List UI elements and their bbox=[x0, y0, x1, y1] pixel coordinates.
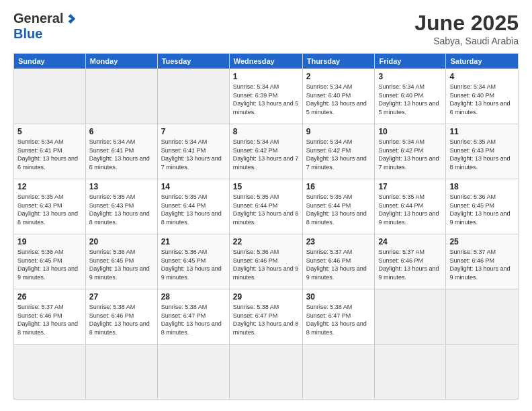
day-number: 17 bbox=[378, 182, 442, 191]
logo-text: General bbox=[13, 11, 77, 26]
day-info: Sunrise: 5:34 AMSunset: 6:41 PMDaylight:… bbox=[17, 138, 82, 171]
calendar-row: 19Sunrise: 5:36 AMSunset: 6:45 PMDayligh… bbox=[14, 234, 519, 289]
day-number: 1 bbox=[233, 72, 299, 81]
day-info: Sunrise: 5:34 AMSunset: 6:40 PMDaylight:… bbox=[449, 83, 515, 116]
table-row: 20Sunrise: 5:36 AMSunset: 6:45 PMDayligh… bbox=[85, 234, 157, 289]
col-friday: Friday bbox=[375, 54, 446, 69]
day-number: 23 bbox=[306, 237, 371, 246]
day-number: 11 bbox=[449, 127, 515, 136]
col-monday: Monday bbox=[85, 54, 157, 69]
day-info: Sunrise: 5:36 AMSunset: 6:45 PMDaylight:… bbox=[17, 248, 82, 281]
day-number: 14 bbox=[161, 182, 226, 191]
day-number: 29 bbox=[233, 292, 299, 302]
svg-marker-0 bbox=[69, 13, 76, 23]
day-info: Sunrise: 5:34 AMSunset: 6:41 PMDaylight:… bbox=[161, 138, 226, 171]
calendar-header-row: Sunday Monday Tuesday Wednesday Thursday… bbox=[14, 54, 519, 69]
table-row bbox=[446, 345, 519, 400]
calendar-row: 12Sunrise: 5:35 AMSunset: 6:43 PMDayligh… bbox=[14, 179, 519, 234]
month-title: June 2025 bbox=[414, 11, 519, 36]
day-info: Sunrise: 5:34 AMSunset: 6:42 PMDaylight:… bbox=[233, 138, 299, 171]
table-row: 22Sunrise: 5:36 AMSunset: 6:46 PMDayligh… bbox=[229, 234, 302, 289]
col-sunday: Sunday bbox=[14, 54, 86, 69]
table-row: 28Sunrise: 5:38 AMSunset: 6:47 PMDayligh… bbox=[157, 289, 229, 345]
day-number: 18 bbox=[449, 182, 515, 191]
day-number: 16 bbox=[306, 182, 371, 191]
day-number: 24 bbox=[378, 237, 442, 246]
logo: General Blue bbox=[13, 11, 77, 42]
day-info: Sunrise: 5:36 AMSunset: 6:45 PMDaylight:… bbox=[161, 248, 226, 281]
day-number: 13 bbox=[89, 182, 154, 191]
day-info: Sunrise: 5:38 AMSunset: 6:47 PMDaylight:… bbox=[233, 303, 299, 336]
day-info: Sunrise: 5:34 AMSunset: 6:41 PMDaylight:… bbox=[89, 138, 154, 171]
day-number: 10 bbox=[378, 127, 442, 136]
calendar-row: 1Sunrise: 5:34 AMSunset: 6:39 PMDaylight… bbox=[14, 69, 519, 124]
table-row bbox=[446, 289, 519, 345]
day-info: Sunrise: 5:35 AMSunset: 6:43 PMDaylight:… bbox=[17, 193, 82, 226]
table-row: 15Sunrise: 5:35 AMSunset: 6:44 PMDayligh… bbox=[229, 179, 302, 234]
day-number: 12 bbox=[17, 182, 82, 191]
day-number: 4 bbox=[449, 72, 515, 81]
table-row: 21Sunrise: 5:36 AMSunset: 6:45 PMDayligh… bbox=[157, 234, 229, 289]
day-number: 26 bbox=[17, 292, 82, 302]
day-info: Sunrise: 5:36 AMSunset: 6:45 PMDaylight:… bbox=[89, 248, 154, 281]
table-row bbox=[14, 345, 86, 400]
table-row bbox=[302, 345, 375, 400]
table-row: 10Sunrise: 5:34 AMSunset: 6:42 PMDayligh… bbox=[375, 124, 446, 179]
day-info: Sunrise: 5:35 AMSunset: 6:44 PMDaylight:… bbox=[306, 193, 371, 226]
table-row: 12Sunrise: 5:35 AMSunset: 6:43 PMDayligh… bbox=[14, 179, 86, 234]
header: General Blue June 2025 Sabya, Saudi Arab… bbox=[13, 11, 519, 46]
day-number: 3 bbox=[378, 72, 442, 81]
page: General Blue June 2025 Sabya, Saudi Arab… bbox=[0, 0, 532, 411]
day-info: Sunrise: 5:35 AMSunset: 6:44 PMDaylight:… bbox=[161, 193, 226, 226]
day-info: Sunrise: 5:35 AMSunset: 6:44 PMDaylight:… bbox=[378, 193, 442, 226]
day-number: 7 bbox=[161, 127, 226, 136]
table-row bbox=[85, 69, 157, 124]
table-row: 29Sunrise: 5:38 AMSunset: 6:47 PMDayligh… bbox=[229, 289, 302, 345]
day-info: Sunrise: 5:35 AMSunset: 6:44 PMDaylight:… bbox=[233, 193, 299, 226]
day-info: Sunrise: 5:37 AMSunset: 6:46 PMDaylight:… bbox=[378, 248, 442, 281]
table-row: 25Sunrise: 5:37 AMSunset: 6:46 PMDayligh… bbox=[446, 234, 519, 289]
day-number: 19 bbox=[17, 237, 82, 246]
table-row: 16Sunrise: 5:35 AMSunset: 6:44 PMDayligh… bbox=[302, 179, 375, 234]
day-info: Sunrise: 5:34 AMSunset: 6:42 PMDaylight:… bbox=[306, 138, 371, 171]
table-row: 13Sunrise: 5:35 AMSunset: 6:43 PMDayligh… bbox=[85, 179, 157, 234]
day-info: Sunrise: 5:34 AMSunset: 6:39 PMDaylight:… bbox=[233, 83, 299, 116]
day-number: 9 bbox=[306, 127, 371, 136]
calendar-row: 5Sunrise: 5:34 AMSunset: 6:41 PMDaylight… bbox=[14, 124, 519, 179]
table-row: 14Sunrise: 5:35 AMSunset: 6:44 PMDayligh… bbox=[157, 179, 229, 234]
day-number: 5 bbox=[17, 127, 82, 136]
title-block: June 2025 Sabya, Saudi Arabia bbox=[414, 11, 519, 46]
day-info: Sunrise: 5:38 AMSunset: 6:46 PMDaylight:… bbox=[89, 303, 154, 336]
day-number: 6 bbox=[89, 127, 154, 136]
table-row: 9Sunrise: 5:34 AMSunset: 6:42 PMDaylight… bbox=[302, 124, 375, 179]
day-number: 25 bbox=[449, 237, 515, 246]
table-row: 30Sunrise: 5:38 AMSunset: 6:47 PMDayligh… bbox=[302, 289, 375, 345]
day-number: 22 bbox=[233, 237, 299, 246]
day-number: 27 bbox=[89, 292, 154, 302]
day-number: 2 bbox=[306, 72, 371, 81]
day-info: Sunrise: 5:34 AMSunset: 6:42 PMDaylight:… bbox=[378, 138, 442, 171]
day-info: Sunrise: 5:38 AMSunset: 6:47 PMDaylight:… bbox=[161, 303, 226, 336]
table-row bbox=[157, 69, 229, 124]
day-info: Sunrise: 5:36 AMSunset: 6:46 PMDaylight:… bbox=[233, 248, 299, 281]
table-row: 5Sunrise: 5:34 AMSunset: 6:41 PMDaylight… bbox=[14, 124, 86, 179]
logo-icon bbox=[64, 13, 77, 25]
table-row bbox=[85, 345, 157, 400]
table-row: 2Sunrise: 5:34 AMSunset: 6:40 PMDaylight… bbox=[302, 69, 375, 124]
calendar-table: Sunday Monday Tuesday Wednesday Thursday… bbox=[13, 53, 519, 400]
table-row: 11Sunrise: 5:35 AMSunset: 6:43 PMDayligh… bbox=[446, 124, 519, 179]
day-number: 20 bbox=[89, 237, 154, 246]
day-info: Sunrise: 5:34 AMSunset: 6:40 PMDaylight:… bbox=[378, 83, 442, 116]
day-number: 21 bbox=[161, 237, 226, 246]
col-tuesday: Tuesday bbox=[157, 54, 229, 69]
table-row: 17Sunrise: 5:35 AMSunset: 6:44 PMDayligh… bbox=[375, 179, 446, 234]
day-info: Sunrise: 5:36 AMSunset: 6:45 PMDaylight:… bbox=[449, 193, 515, 226]
table-row: 18Sunrise: 5:36 AMSunset: 6:45 PMDayligh… bbox=[446, 179, 519, 234]
table-row bbox=[375, 345, 446, 400]
calendar-row bbox=[14, 345, 519, 400]
day-number: 15 bbox=[233, 182, 299, 191]
table-row: 7Sunrise: 5:34 AMSunset: 6:41 PMDaylight… bbox=[157, 124, 229, 179]
table-row: 8Sunrise: 5:34 AMSunset: 6:42 PMDaylight… bbox=[229, 124, 302, 179]
day-info: Sunrise: 5:34 AMSunset: 6:40 PMDaylight:… bbox=[306, 83, 371, 116]
table-row bbox=[229, 345, 302, 400]
